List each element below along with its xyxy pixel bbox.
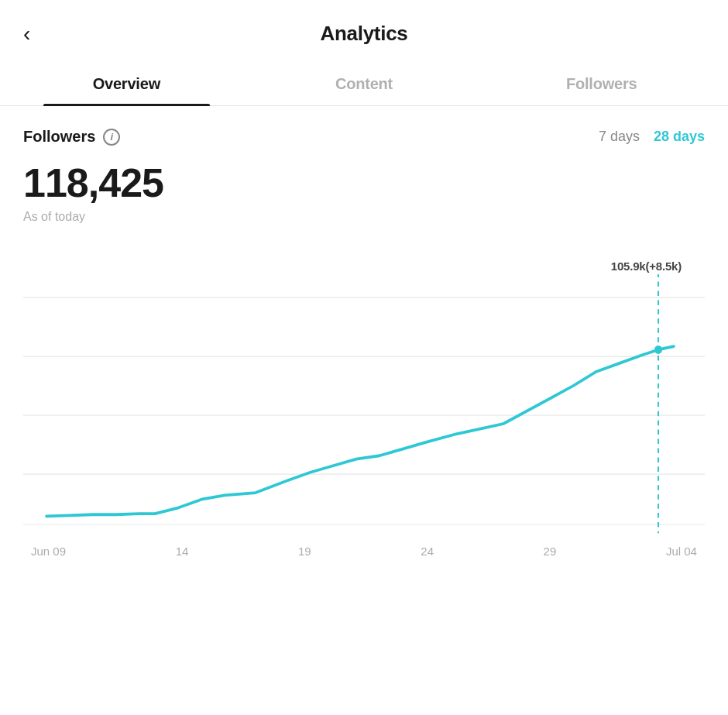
- svg-point-6: [654, 345, 662, 354]
- x-label-0: Jun 09: [31, 545, 66, 558]
- chart-svg: [23, 247, 705, 541]
- tab-content[interactable]: Content: [246, 61, 483, 105]
- followers-header: Followers i 7 days 28 days: [23, 128, 705, 146]
- header: ‹ Analytics: [0, 0, 728, 61]
- followers-label-group: Followers i: [23, 128, 120, 146]
- analytics-section: Followers i 7 days 28 days 118,425 As of…: [0, 106, 728, 558]
- x-label-5: Jul 04: [666, 545, 697, 558]
- tab-overview[interactable]: Overview: [8, 61, 246, 105]
- back-button[interactable]: ‹: [23, 23, 30, 45]
- x-label-1: 14: [176, 545, 189, 558]
- info-icon[interactable]: i: [103, 129, 120, 146]
- tab-followers[interactable]: Followers: [482, 61, 720, 105]
- followers-section-label: Followers: [23, 128, 95, 146]
- x-label-4: 29: [544, 545, 557, 558]
- x-label-3: 24: [421, 545, 434, 558]
- chart-tooltip: 105.9k(+8.5k): [611, 258, 682, 274]
- followers-chart: 105.9k(+8.5k): [23, 247, 705, 541]
- page-title: Analytics: [321, 22, 408, 46]
- tab-bar: Overview Content Followers: [0, 61, 728, 106]
- x-label-2: 19: [298, 545, 311, 558]
- 28-days-button[interactable]: 28 days: [654, 129, 705, 145]
- days-toggle: 7 days 28 days: [599, 129, 705, 145]
- followers-count: 118,425: [23, 161, 705, 205]
- 7-days-button[interactable]: 7 days: [599, 129, 640, 145]
- as-of-today-label: As of today: [23, 210, 705, 224]
